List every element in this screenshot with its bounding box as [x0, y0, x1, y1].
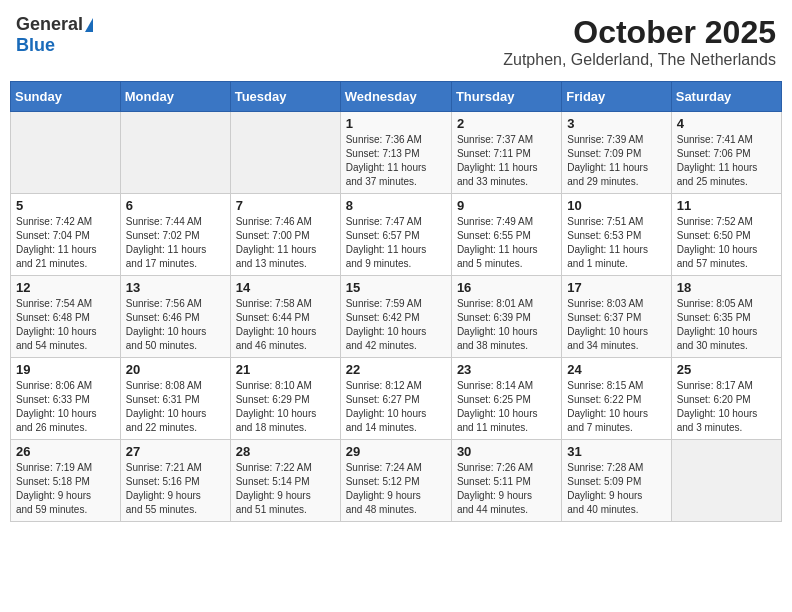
table-row: 31Sunrise: 7:28 AMSunset: 5:09 PMDayligh…	[562, 440, 671, 522]
day-number: 29	[346, 444, 446, 459]
day-info: Sunrise: 8:12 AMSunset: 6:27 PMDaylight:…	[346, 379, 446, 435]
day-info: Sunrise: 7:54 AMSunset: 6:48 PMDaylight:…	[16, 297, 115, 353]
day-info: Sunrise: 7:58 AMSunset: 6:44 PMDaylight:…	[236, 297, 335, 353]
day-number: 13	[126, 280, 225, 295]
day-number: 4	[677, 116, 776, 131]
day-info: Sunrise: 8:10 AMSunset: 6:29 PMDaylight:…	[236, 379, 335, 435]
day-info: Sunrise: 8:15 AMSunset: 6:22 PMDaylight:…	[567, 379, 665, 435]
calendar-week-row: 5Sunrise: 7:42 AMSunset: 7:04 PMDaylight…	[11, 194, 782, 276]
day-info: Sunrise: 8:08 AMSunset: 6:31 PMDaylight:…	[126, 379, 225, 435]
calendar-week-row: 26Sunrise: 7:19 AMSunset: 5:18 PMDayligh…	[11, 440, 782, 522]
col-wednesday: Wednesday	[340, 82, 451, 112]
day-info: Sunrise: 7:24 AMSunset: 5:12 PMDaylight:…	[346, 461, 446, 517]
table-row: 4Sunrise: 7:41 AMSunset: 7:06 PMDaylight…	[671, 112, 781, 194]
day-info: Sunrise: 7:26 AMSunset: 5:11 PMDaylight:…	[457, 461, 556, 517]
table-row: 29Sunrise: 7:24 AMSunset: 5:12 PMDayligh…	[340, 440, 451, 522]
table-row: 28Sunrise: 7:22 AMSunset: 5:14 PMDayligh…	[230, 440, 340, 522]
day-number: 25	[677, 362, 776, 377]
day-number: 22	[346, 362, 446, 377]
day-number: 26	[16, 444, 115, 459]
day-number: 21	[236, 362, 335, 377]
table-row: 26Sunrise: 7:19 AMSunset: 5:18 PMDayligh…	[11, 440, 121, 522]
day-info: Sunrise: 7:56 AMSunset: 6:46 PMDaylight:…	[126, 297, 225, 353]
col-friday: Friday	[562, 82, 671, 112]
day-number: 3	[567, 116, 665, 131]
day-number: 31	[567, 444, 665, 459]
day-info: Sunrise: 7:28 AMSunset: 5:09 PMDaylight:…	[567, 461, 665, 517]
calendar-table: Sunday Monday Tuesday Wednesday Thursday…	[10, 81, 782, 522]
logo: General Blue	[16, 14, 93, 56]
day-number: 6	[126, 198, 225, 213]
day-number: 5	[16, 198, 115, 213]
day-info: Sunrise: 7:21 AMSunset: 5:16 PMDaylight:…	[126, 461, 225, 517]
table-row: 3Sunrise: 7:39 AMSunset: 7:09 PMDaylight…	[562, 112, 671, 194]
col-saturday: Saturday	[671, 82, 781, 112]
day-number: 28	[236, 444, 335, 459]
day-info: Sunrise: 7:46 AMSunset: 7:00 PMDaylight:…	[236, 215, 335, 271]
table-row: 10Sunrise: 7:51 AMSunset: 6:53 PMDayligh…	[562, 194, 671, 276]
day-number: 2	[457, 116, 556, 131]
day-info: Sunrise: 7:19 AMSunset: 5:18 PMDaylight:…	[16, 461, 115, 517]
calendar-header-row: Sunday Monday Tuesday Wednesday Thursday…	[11, 82, 782, 112]
day-info: Sunrise: 7:39 AMSunset: 7:09 PMDaylight:…	[567, 133, 665, 189]
day-number: 11	[677, 198, 776, 213]
day-info: Sunrise: 8:01 AMSunset: 6:39 PMDaylight:…	[457, 297, 556, 353]
day-info: Sunrise: 7:51 AMSunset: 6:53 PMDaylight:…	[567, 215, 665, 271]
col-tuesday: Tuesday	[230, 82, 340, 112]
day-info: Sunrise: 8:17 AMSunset: 6:20 PMDaylight:…	[677, 379, 776, 435]
page-header: General Blue October 2025 Zutphen, Gelde…	[10, 10, 782, 73]
day-info: Sunrise: 7:42 AMSunset: 7:04 PMDaylight:…	[16, 215, 115, 271]
logo-general-text: General	[16, 14, 83, 35]
col-thursday: Thursday	[451, 82, 561, 112]
day-number: 7	[236, 198, 335, 213]
table-row: 17Sunrise: 8:03 AMSunset: 6:37 PMDayligh…	[562, 276, 671, 358]
day-number: 15	[346, 280, 446, 295]
day-info: Sunrise: 7:44 AMSunset: 7:02 PMDaylight:…	[126, 215, 225, 271]
day-info: Sunrise: 8:14 AMSunset: 6:25 PMDaylight:…	[457, 379, 556, 435]
table-row: 21Sunrise: 8:10 AMSunset: 6:29 PMDayligh…	[230, 358, 340, 440]
calendar-week-row: 19Sunrise: 8:06 AMSunset: 6:33 PMDayligh…	[11, 358, 782, 440]
day-info: Sunrise: 7:47 AMSunset: 6:57 PMDaylight:…	[346, 215, 446, 271]
table-row	[671, 440, 781, 522]
day-number: 14	[236, 280, 335, 295]
day-number: 9	[457, 198, 556, 213]
table-row: 11Sunrise: 7:52 AMSunset: 6:50 PMDayligh…	[671, 194, 781, 276]
logo-blue-text: Blue	[16, 35, 55, 56]
day-info: Sunrise: 7:22 AMSunset: 5:14 PMDaylight:…	[236, 461, 335, 517]
calendar-week-row: 12Sunrise: 7:54 AMSunset: 6:48 PMDayligh…	[11, 276, 782, 358]
table-row: 19Sunrise: 8:06 AMSunset: 6:33 PMDayligh…	[11, 358, 121, 440]
table-row: 25Sunrise: 8:17 AMSunset: 6:20 PMDayligh…	[671, 358, 781, 440]
day-number: 18	[677, 280, 776, 295]
day-info: Sunrise: 8:06 AMSunset: 6:33 PMDaylight:…	[16, 379, 115, 435]
table-row: 14Sunrise: 7:58 AMSunset: 6:44 PMDayligh…	[230, 276, 340, 358]
day-number: 8	[346, 198, 446, 213]
page-subtitle: Zutphen, Gelderland, The Netherlands	[503, 51, 776, 69]
day-info: Sunrise: 7:52 AMSunset: 6:50 PMDaylight:…	[677, 215, 776, 271]
table-row: 18Sunrise: 8:05 AMSunset: 6:35 PMDayligh…	[671, 276, 781, 358]
table-row: 30Sunrise: 7:26 AMSunset: 5:11 PMDayligh…	[451, 440, 561, 522]
table-row	[230, 112, 340, 194]
day-number: 24	[567, 362, 665, 377]
day-info: Sunrise: 7:36 AMSunset: 7:13 PMDaylight:…	[346, 133, 446, 189]
table-row	[11, 112, 121, 194]
table-row: 16Sunrise: 8:01 AMSunset: 6:39 PMDayligh…	[451, 276, 561, 358]
table-row	[120, 112, 230, 194]
col-sunday: Sunday	[11, 82, 121, 112]
table-row: 27Sunrise: 7:21 AMSunset: 5:16 PMDayligh…	[120, 440, 230, 522]
day-number: 12	[16, 280, 115, 295]
table-row: 22Sunrise: 8:12 AMSunset: 6:27 PMDayligh…	[340, 358, 451, 440]
table-row: 9Sunrise: 7:49 AMSunset: 6:55 PMDaylight…	[451, 194, 561, 276]
table-row: 23Sunrise: 8:14 AMSunset: 6:25 PMDayligh…	[451, 358, 561, 440]
table-row: 7Sunrise: 7:46 AMSunset: 7:00 PMDaylight…	[230, 194, 340, 276]
title-block: October 2025 Zutphen, Gelderland, The Ne…	[503, 14, 776, 69]
table-row: 20Sunrise: 8:08 AMSunset: 6:31 PMDayligh…	[120, 358, 230, 440]
table-row: 5Sunrise: 7:42 AMSunset: 7:04 PMDaylight…	[11, 194, 121, 276]
day-info: Sunrise: 7:49 AMSunset: 6:55 PMDaylight:…	[457, 215, 556, 271]
day-info: Sunrise: 8:03 AMSunset: 6:37 PMDaylight:…	[567, 297, 665, 353]
table-row: 8Sunrise: 7:47 AMSunset: 6:57 PMDaylight…	[340, 194, 451, 276]
day-number: 16	[457, 280, 556, 295]
day-number: 23	[457, 362, 556, 377]
table-row: 24Sunrise: 8:15 AMSunset: 6:22 PMDayligh…	[562, 358, 671, 440]
table-row: 13Sunrise: 7:56 AMSunset: 6:46 PMDayligh…	[120, 276, 230, 358]
day-number: 30	[457, 444, 556, 459]
